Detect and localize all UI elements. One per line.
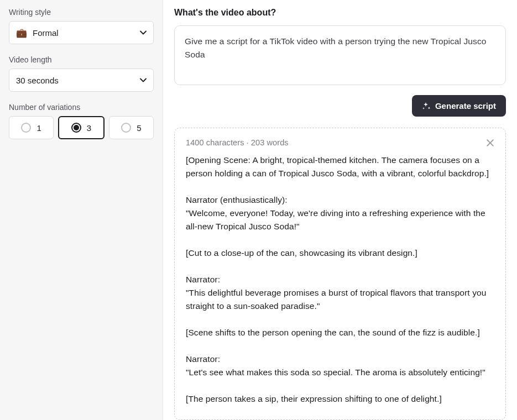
result-meta: 1400 characters · 203 words — [186, 138, 289, 147]
main-content: What's the video about? Generate script … — [163, 0, 517, 420]
video-length-group: Video length 30 seconds — [9, 55, 154, 92]
variation-option-1[interactable]: 1 — [9, 116, 54, 139]
sparkle-icon — [422, 102, 431, 111]
generate-script-button[interactable]: Generate script — [412, 95, 506, 117]
variation-option-5[interactable]: 5 — [109, 116, 154, 139]
writing-style-select[interactable]: 💼 Formal — [9, 21, 154, 44]
generate-row: Generate script — [174, 95, 506, 117]
chevron-down-icon — [140, 77, 147, 83]
variation-label: 3 — [87, 123, 91, 133]
prompt-heading: What's the video about? — [174, 8, 506, 18]
writing-style-label: Writing style — [9, 8, 154, 17]
video-length-value: 30 seconds — [16, 76, 59, 85]
briefcase-icon: 💼 — [16, 28, 27, 38]
video-length-label: Video length — [9, 55, 154, 64]
video-length-select[interactable]: 30 seconds — [9, 69, 154, 92]
variations-radio-group: 1 3 5 — [9, 116, 154, 139]
radio-icon — [71, 123, 81, 133]
prompt-section: What's the video about? — [174, 8, 506, 87]
variation-option-3[interactable]: 3 — [58, 116, 104, 139]
result-card: 1400 characters · 203 words [Opening Sce… — [174, 128, 506, 420]
result-header: 1400 characters · 203 words — [186, 138, 494, 147]
writing-style-group: Writing style 💼 Formal — [9, 8, 154, 44]
result-body: [Opening Scene: A bright, tropical-theme… — [186, 154, 494, 406]
chevron-down-icon — [140, 29, 147, 36]
radio-icon — [121, 123, 131, 133]
prompt-input[interactable] — [174, 25, 506, 85]
variations-group: Number of variations 1 3 5 — [9, 103, 154, 139]
variation-label: 5 — [137, 123, 141, 133]
sidebar: Writing style 💼 Formal Video length 30 s… — [0, 0, 163, 420]
variation-label: 1 — [36, 123, 41, 133]
writing-style-value: Formal — [33, 28, 59, 38]
close-icon[interactable] — [486, 139, 494, 147]
variations-label: Number of variations — [9, 103, 154, 112]
generate-button-label: Generate script — [435, 101, 496, 111]
radio-icon — [21, 123, 31, 133]
